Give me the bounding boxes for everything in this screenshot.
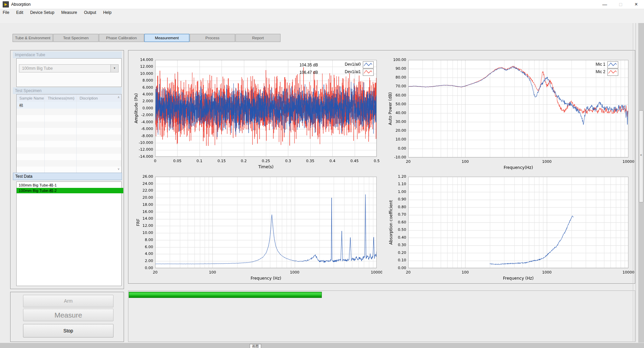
bottom-strip: [0, 343, 644, 348]
legend-mic2[interactable]: Mic 2: [584, 69, 618, 75]
impedance-tube-box: [16, 58, 122, 87]
table-empty-row: [17, 109, 121, 115]
mic2-level-readout: 106.47 dB: [299, 70, 318, 75]
col-discription: Discription: [80, 94, 98, 102]
diagram-partial-tab[interactable]: 画图: [250, 344, 261, 348]
tab-tube-environment[interactable]: Tube & Environment: [13, 34, 53, 42]
collapse-left-icon: <: [640, 153, 642, 157]
col-sample-name: Sample Name: [19, 94, 44, 102]
menu-device-setup[interactable]: Device Setup: [27, 9, 57, 16]
mic1-plot-icon: [607, 61, 618, 68]
dev1-ai1-plot-icon: [363, 69, 374, 76]
window-title: Absorption: [11, 2, 30, 7]
menu-help[interactable]: Help: [100, 9, 114, 16]
impedance-tube-value: 100mm Big Tube: [22, 65, 53, 72]
right-splitter-thumb[interactable]: <: [639, 110, 643, 202]
legend-dev1-ai1[interactable]: Dev1/ai1: [325, 69, 374, 75]
close-button-icon[interactable]: ×: [628, 0, 644, 9]
table-header-row: Sample Name Thickness(mm) Discription: [17, 94, 121, 102]
tab-report[interactable]: Report: [235, 34, 281, 42]
table-empty-row: [17, 141, 121, 148]
legend-mic1[interactable]: Mic 1: [584, 61, 618, 68]
table-empty-row: [17, 167, 121, 173]
test-data-header: Test Data: [13, 173, 122, 180]
arm-button[interactable]: Arm: [23, 295, 113, 307]
title-bar: ▶ Absorption — □ ×: [0, 0, 644, 9]
table-empty-row: [17, 154, 121, 160]
menu-measure[interactable]: Measure: [59, 9, 80, 16]
status-panel: [128, 290, 635, 342]
absorption-chart: [386, 174, 639, 281]
app-window: ▶ Absorption — □ × File Edit Device Setu…: [0, 0, 644, 348]
table-empty-row: [17, 160, 121, 167]
test-specimen-header: Test Specimen: [13, 87, 122, 94]
progress-bar: [129, 292, 321, 297]
legend-dev1-ai0[interactable]: Dev1/ai0: [325, 61, 374, 68]
table-empty-row: [17, 115, 121, 122]
list-item-selected[interactable]: 100mm Big Tube-棉-2: [17, 188, 123, 193]
table-empty-row: [17, 128, 121, 135]
table-empty-row: [17, 122, 121, 128]
progress-bar-fill: [129, 292, 322, 298]
stop-button[interactable]: Stop: [23, 324, 113, 338]
tab-phase-calibration[interactable]: Phase Calibration: [99, 34, 144, 42]
menu-file[interactable]: File: [0, 9, 12, 16]
tab-test-specimen[interactable]: Test Specimen: [53, 34, 99, 42]
test-data-list: 100mm Big Tube-棉-1 100mm Big Tube-棉-2: [16, 181, 122, 286]
dev1-ai0-plot-icon: [363, 61, 374, 68]
col-thickness: Thickness(mm): [48, 94, 75, 102]
dropdown-arrow-icon[interactable]: ▼: [110, 65, 118, 72]
frf-chart: [131, 174, 382, 281]
table-empty-row: [17, 134, 121, 141]
document-tab-strip: Documentation Channel Setup Absorption: [0, 15, 644, 23]
impedance-tube-header: Impendace Tube: [13, 51, 122, 58]
menu-bar: File Edit Device Setup Measure Output He…: [0, 9, 644, 15]
test-specimen-table: Sample Name Thickness(mm) Discription 棉: [16, 94, 122, 173]
table-empty-row: [17, 147, 121, 154]
menu-output[interactable]: Output: [81, 9, 99, 16]
app-icon: ▶: [3, 1, 9, 7]
list-item[interactable]: 100mm Big Tube-棉-1: [17, 182, 123, 188]
tab-process[interactable]: Process: [190, 34, 235, 42]
maximize-button-icon: □: [613, 0, 628, 9]
mic2-plot-icon: [607, 69, 618, 76]
menu-edit[interactable]: Edit: [14, 9, 26, 16]
measure-button[interactable]: Measure: [23, 309, 113, 321]
minimize-button-icon[interactable]: —: [597, 0, 612, 9]
table-scroll-up-icon[interactable]: ∧: [117, 95, 121, 99]
table-row[interactable]: 棉: [17, 102, 122, 109]
table-scroll-down-icon[interactable]: ∨: [117, 167, 121, 171]
tab-measurement[interactable]: Measurement: [144, 34, 189, 42]
impedance-tube-dropdown[interactable]: 100mm Big Tube ▼: [19, 64, 119, 72]
mic1-level-readout: 104.35 dB: [299, 63, 318, 67]
